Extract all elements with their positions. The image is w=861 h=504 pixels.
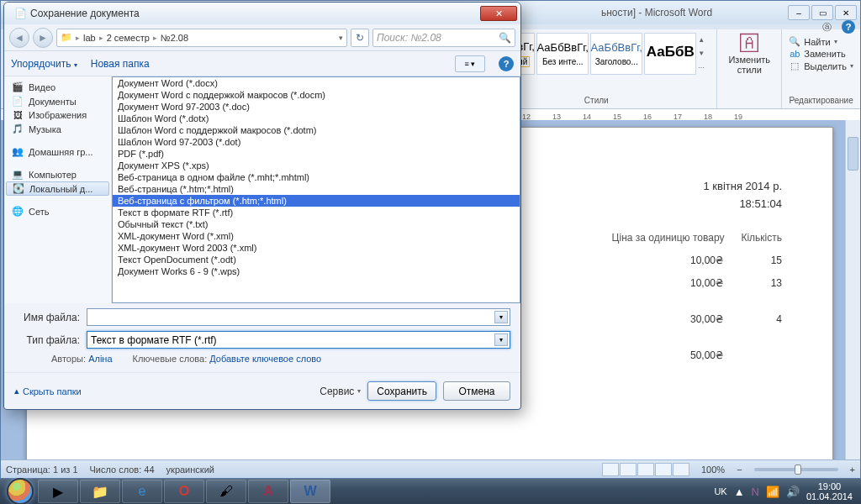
forward-button[interactable]: ► (33, 28, 53, 48)
organize-button[interactable]: Упорядочить ▾ (11, 58, 77, 70)
filetype-option[interactable]: Текст OpenDocument (*.odt) (113, 254, 520, 265)
view-buttons[interactable] (602, 463, 689, 476)
nav-computer[interactable]: 💻Компьютер (4, 167, 111, 181)
navigation-pane: 🎬Видео 📄Документы 🖼Изображения 🎵Музыка 👥… (4, 76, 112, 303)
system-tray: UK ▲ N 📶 🔊 19:00 01.04.2014 (714, 481, 858, 501)
tools-button[interactable]: Сервис▾ (320, 386, 361, 397)
back-button[interactable]: ◄ (9, 28, 29, 48)
tray-network-icon[interactable]: 📶 (766, 486, 779, 498)
search-icon: 🔍 (499, 32, 511, 44)
tray-volume-icon[interactable]: 🔊 (786, 486, 800, 498)
task-paint[interactable]: 🖌 (206, 480, 246, 503)
filetype-option[interactable]: PDF (*.pdf) (113, 148, 520, 160)
task-ie[interactable]: e (122, 480, 162, 503)
nav-video[interactable]: 🎬Видео (4, 80, 111, 94)
style-title[interactable]: АаБбВ (644, 33, 696, 75)
refresh-button[interactable]: ↻ (351, 29, 369, 47)
cancel-button[interactable]: Отмена (443, 381, 510, 401)
select-button[interactable]: ⬚Выделить▾ (789, 60, 853, 71)
dialog-toolbar: Упорядочить ▾ Новая папка ≡ ▾ ? (4, 51, 520, 76)
scrollbar-thumb[interactable] (848, 137, 858, 171)
task-opera[interactable]: O (164, 480, 204, 503)
filetype-option[interactable]: Документ Word 97-2003 (*.doc) (113, 101, 520, 113)
dialog-titlebar[interactable]: 📄 Сохранение документа ✕ (4, 3, 520, 24)
start-button[interactable] (3, 479, 37, 504)
filetype-option[interactable]: Шаблон Word с поддержкой макросов (*.dot… (113, 124, 520, 136)
authors-value[interactable]: Аліна (88, 354, 112, 364)
find-button[interactable]: 🔍Найти▾ (789, 36, 853, 47)
filetype-option[interactable]: Веб-страница в одном файле (*.mht;*.mhtm… (113, 171, 520, 183)
computer-icon: 💻 (11, 169, 24, 180)
nav-network[interactable]: 🌐Сеть (4, 204, 111, 218)
editing-group: 🔍Найти▾ abЗаменить ⬚Выделить▾ Редактиров… (781, 29, 860, 108)
filetype-option[interactable]: XML-документ Word 2003 (*.xml) (113, 242, 520, 254)
chevron-down-icon[interactable]: ▾ (339, 34, 343, 42)
windows-orb-icon (7, 478, 34, 504)
task-mediaplayer[interactable]: ▶ (38, 480, 78, 503)
maximize-button[interactable]: ▭ (811, 5, 833, 20)
style-more-icon[interactable]: ⋯ (698, 64, 710, 71)
filetype-dropdown-list[interactable]: Документ Word (*.docx)Документ Word с по… (112, 76, 520, 303)
style-down-icon[interactable]: ▼ (698, 50, 710, 57)
nav-pictures[interactable]: 🖼Изображения (4, 108, 111, 122)
style-up-icon[interactable]: ▲ (698, 36, 710, 44)
close-button[interactable]: ✕ (835, 5, 857, 20)
dialog-help-icon[interactable]: ? (499, 56, 514, 71)
nav-music[interactable]: 🎵Музыка (4, 122, 111, 136)
view-options-button[interactable]: ≡ ▾ (455, 55, 485, 72)
chevron-down-icon[interactable]: ▾ (494, 311, 508, 323)
tray-clock[interactable]: 19:00 01.04.2014 (806, 481, 853, 501)
style-nospacing[interactable]: АаБбВвГг,Без инте... (536, 33, 589, 75)
filetype-option[interactable]: Обычный текст (*.txt) (113, 218, 520, 230)
style-heading[interactable]: АаБбВвГг,Заголово... (590, 33, 642, 75)
filename-input[interactable]: ▾ (87, 308, 510, 326)
nav-localdisk[interactable]: 💽Локальный д... (6, 181, 109, 196)
tray-onenote-icon[interactable]: N (752, 486, 759, 498)
filetype-option[interactable]: Документ Works 6 - 9 (*.wps) (113, 265, 520, 277)
disk-icon: 💽 (12, 183, 25, 194)
filetype-option[interactable]: XML-документ Word (*.xml) (113, 230, 520, 242)
filetype-option[interactable]: Шаблон Word 97-2003 (*.dot) (113, 136, 520, 148)
video-icon: 🎬 (11, 81, 24, 92)
hide-folders-button[interactable]: ▴Скрыть папки (14, 386, 82, 396)
status-lang[interactable]: украинский (166, 465, 214, 475)
breadcrumb[interactable]: 📁 ▸ lab▸ 2 семестр▸ №2.08 ▾ (56, 29, 347, 47)
vertical-scrollbar[interactable] (845, 120, 860, 459)
task-access[interactable]: A (248, 480, 288, 503)
new-folder-button[interactable]: Новая папка (91, 58, 150, 70)
save-button[interactable]: Сохранить (367, 381, 436, 401)
filetype-option[interactable]: Шаблон Word (*.dotx) (113, 113, 520, 124)
status-page[interactable]: Страница: 1 из 1 (6, 465, 78, 475)
zoom-in-icon[interactable]: + (850, 465, 855, 475)
filetype-option[interactable]: Документ XPS (*.xps) (113, 160, 520, 171)
doc-time: 18:51:04 (612, 196, 782, 213)
filetype-option[interactable]: Текст в формате RTF (*.rtf) (113, 207, 520, 218)
task-explorer[interactable]: 📁 (80, 480, 120, 503)
status-words[interactable]: Число слов: 44 (90, 465, 155, 475)
dialog-title: Сохранение документа (30, 8, 140, 19)
chevron-down-icon[interactable]: ▾ (494, 333, 508, 346)
dialog-close-button[interactable]: ✕ (480, 6, 517, 21)
filetype-option[interactable]: Веб-страница с фильтром (*.htm;*.html) (113, 195, 520, 207)
search-input[interactable]: Поиск: №2.08 🔍 (372, 29, 515, 47)
music-icon: 🎵 (11, 123, 24, 134)
zoom-value[interactable]: 100% (701, 465, 725, 475)
filetype-combo[interactable]: Текст в формате RTF (*.rtf)▾ (87, 331, 510, 349)
minimize-button[interactable]: – (788, 5, 810, 20)
zoom-out-icon[interactable]: − (737, 465, 742, 475)
filetype-option[interactable]: Веб-страница (*.htm;*.html) (113, 183, 520, 195)
replace-button[interactable]: abЗаменить (789, 49, 853, 59)
filetype-option[interactable]: Документ Word (*.docx) (113, 77, 520, 89)
nav-homegroup[interactable]: 👥Домашняя гр... (4, 144, 111, 159)
dialog-navbar: ◄ ► 📁 ▸ lab▸ 2 семестр▸ №2.08 ▾ ↻ Поиск:… (4, 24, 520, 51)
nav-documents[interactable]: 📄Документы (4, 94, 111, 108)
tray-flag-icon[interactable]: ▲ (734, 486, 745, 498)
change-styles-group[interactable]: 🄰 Изменить стили (716, 29, 781, 108)
task-word[interactable]: W (290, 480, 330, 503)
chevron-up-icon: ▴ (14, 386, 19, 396)
tags-value[interactable]: Добавьте ключевое слово (209, 354, 321, 364)
zoom-slider[interactable] (754, 468, 838, 471)
word-statusbar: Страница: 1 из 1 Число слов: 44 украинск… (1, 459, 860, 478)
tray-lang[interactable]: UK (714, 486, 726, 496)
filetype-option[interactable]: Документ Word с поддержкой макросов (*.d… (113, 89, 520, 101)
